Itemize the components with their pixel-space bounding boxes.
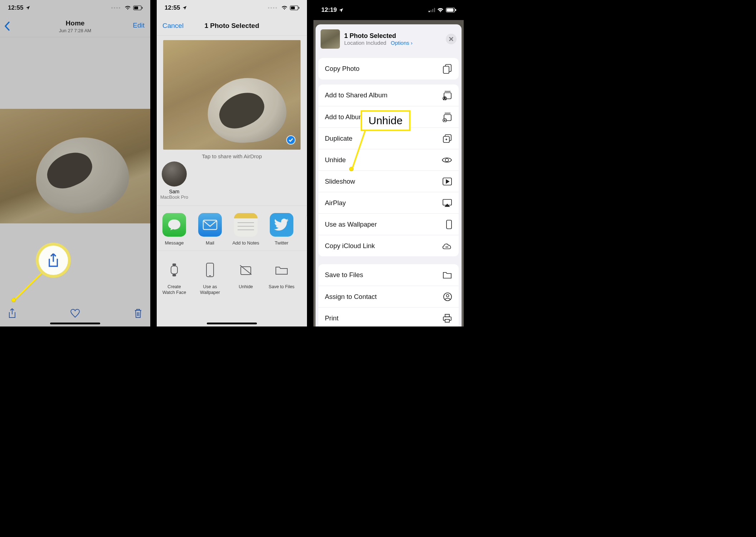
row-wallpaper[interactable]: Use as Wallpaper (318, 213, 459, 235)
evernote-icon (306, 213, 307, 237)
svg-rect-34 (447, 220, 452, 229)
page-subtitle: Jun 27 7:28 AM (59, 28, 91, 33)
phone-icon (199, 259, 221, 281)
message-icon (162, 213, 186, 237)
play-icon (442, 177, 452, 186)
photo-preview[interactable] (0, 109, 150, 223)
options-button[interactable]: Options › (391, 40, 413, 46)
share-app-twitter[interactable]: Twitter (267, 213, 296, 246)
phone-icon (446, 219, 452, 229)
trash-button[interactable] (134, 308, 142, 320)
share-app-evernote[interactable]: Evernote (303, 213, 307, 246)
row-add-shared-album[interactable]: Add to Shared Album (318, 84, 459, 106)
svg-point-25 (444, 97, 445, 98)
close-button[interactable] (446, 34, 457, 44)
svg-rect-9 (172, 263, 176, 266)
avatar (162, 161, 187, 187)
svg-rect-10 (172, 274, 176, 276)
add-album-icon (442, 112, 452, 122)
battery-icon (446, 8, 457, 13)
list-group-1: Copy Photo (318, 58, 459, 79)
svg-rect-13 (241, 267, 251, 275)
wifi-icon (125, 5, 131, 10)
svg-rect-21 (443, 66, 449, 73)
svg-rect-8 (171, 266, 177, 274)
nav-bar: Home Jun 27 7:28 AM Edit (0, 16, 150, 37)
print-icon (442, 314, 452, 323)
share-app-message[interactable]: Message (160, 213, 189, 246)
row-copy-photo[interactable]: Copy Photo (318, 58, 459, 79)
share-actions-row: Create Watch Face Use as Wallpaper Unhid… (157, 251, 307, 299)
panel-share-sheet-legacy: 12:55 Cancel 1 Photo Selected Tap to sha… (157, 0, 307, 326)
svg-line-40 (352, 129, 366, 169)
page-title: 1 Photo Selected (204, 22, 259, 30)
status-time: 12:19 (321, 6, 337, 14)
share-app-mail[interactable]: Mail (195, 213, 225, 246)
row-print[interactable]: Print (318, 307, 459, 326)
selected-photo-thumbnail[interactable] (163, 40, 301, 150)
status-time: 12:55 (8, 4, 23, 11)
annotation-dot (11, 298, 16, 302)
action-use-as-wallpaper[interactable]: Use as Wallpaper (195, 259, 225, 296)
row-slideshow[interactable]: Slideshow (318, 170, 459, 192)
status-bar: 12:19 (313, 0, 464, 20)
cloud-link-icon (442, 242, 452, 250)
action-save-to-files[interactable]: Save to Files (267, 259, 296, 296)
status-bar: 12:55 (0, 0, 150, 16)
share-app-notes[interactable]: Add to Notes (231, 213, 260, 246)
unhide-icon (235, 259, 257, 281)
twitter-icon (270, 213, 293, 237)
row-assign-contact[interactable]: Assign to Contact (318, 286, 459, 307)
svg-line-3 (14, 274, 42, 301)
home-indicator[interactable] (207, 323, 257, 324)
svg-rect-38 (445, 314, 449, 317)
edit-button[interactable]: Edit (133, 21, 145, 29)
svg-rect-11 (206, 263, 214, 277)
battery-icon (133, 5, 143, 10)
page-title: Home (59, 19, 91, 27)
action-create-watch-face[interactable]: Create Watch Face (160, 259, 189, 296)
location-icon (182, 5, 187, 10)
shared-album-icon (442, 90, 452, 100)
svg-rect-6 (299, 7, 299, 9)
contact-icon (443, 292, 452, 301)
airdrop-hint: Tap to share with AirDrop (157, 153, 307, 159)
contact-device: MacBook Pro (160, 194, 188, 200)
row-airplay[interactable]: AirPlay (318, 192, 459, 213)
share-button[interactable] (8, 308, 16, 320)
mail-icon (198, 213, 222, 237)
location-icon (339, 8, 343, 13)
panel-share-sheet-modern: 12:19 1 Photo Selected Location Included… (313, 0, 464, 326)
airplay-icon (442, 199, 452, 207)
svg-point-31 (445, 158, 449, 161)
home-indicator[interactable] (50, 323, 100, 324)
svg-rect-5 (291, 6, 295, 9)
svg-point-36 (447, 294, 449, 297)
annotation-line (11, 271, 44, 304)
back-button[interactable] (4, 21, 10, 32)
sheet-title: 1 Photo Selected (344, 32, 442, 40)
status-bar: 12:55 (157, 0, 307, 16)
svg-rect-18 (447, 9, 453, 11)
svg-rect-7 (203, 220, 217, 229)
duplicate-icon (442, 134, 452, 144)
page-dots-icon (111, 7, 120, 9)
eye-icon (442, 156, 452, 164)
row-unhide[interactable]: Unhide (318, 149, 459, 170)
panel-photo-detail: 12:55 Home Jun 27 7:28 AM Edit (0, 0, 150, 326)
thumbnail (321, 29, 340, 49)
folder-icon (270, 259, 293, 281)
favorite-button[interactable] (70, 309, 80, 319)
sheet-header: 1 Photo Selected Location Included Optio… (316, 24, 462, 53)
action-duplicate[interactable]: Duplicate (303, 259, 307, 296)
folder-icon (442, 271, 452, 279)
status-time: 12:55 (165, 4, 180, 11)
cancel-button[interactable]: Cancel (162, 22, 184, 30)
action-unhide[interactable]: Unhide (231, 259, 260, 296)
duplicate-icon (306, 259, 307, 281)
row-icloud-link[interactable]: Copy iCloud Link (318, 235, 459, 256)
annotation-unhide-label: Unhide (361, 110, 410, 131)
svg-rect-1 (134, 6, 138, 9)
row-save-to-files[interactable]: Save to Files (318, 264, 459, 286)
airdrop-contact[interactable]: Sam MacBook Pro (158, 161, 190, 200)
